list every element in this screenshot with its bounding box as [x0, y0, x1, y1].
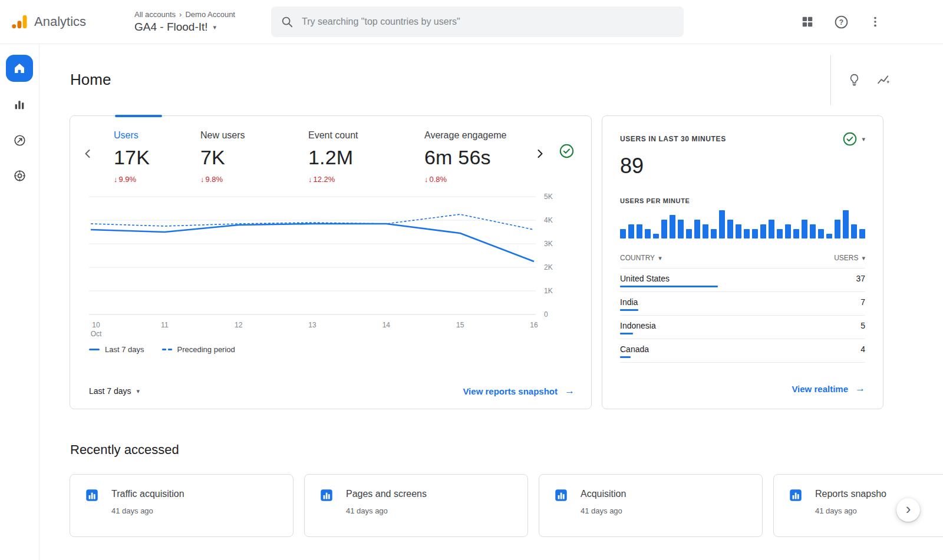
per-minute-bar — [678, 220, 684, 238]
top-bar: Analytics All accounts › Demo Account GA… — [0, 0, 943, 44]
apps-grid-icon[interactable] — [801, 15, 814, 28]
account-property-switcher[interactable]: All accounts › Demo Account GA4 - Flood-… — [134, 10, 259, 34]
country-column-header[interactable]: COUNTRY ▾ — [620, 254, 662, 262]
svg-text:16: 16 — [530, 321, 538, 329]
analytics-logo-icon — [11, 13, 28, 31]
recent-card-acquisition[interactable]: Acquisition 41 days ago — [539, 474, 763, 537]
per-minute-bar — [711, 229, 717, 238]
country-bar — [620, 356, 631, 358]
table-row: India 7 — [620, 292, 865, 316]
per-minute-bar — [760, 224, 766, 238]
sidebar-item-advertising[interactable] — [6, 163, 33, 188]
svg-text:4K: 4K — [544, 216, 553, 224]
report-chart-icon — [788, 488, 803, 503]
chevron-right-icon: › — [906, 500, 911, 518]
dashed-line-swatch-icon — [162, 349, 172, 350]
arrow-right-icon: → — [565, 385, 575, 397]
help-icon[interactable]: ? — [834, 15, 849, 29]
analytics-logo[interactable]: Analytics — [11, 13, 123, 31]
solid-line-swatch-icon — [89, 349, 100, 350]
legend-preceding-period: Preceding period — [162, 345, 235, 354]
insights-lightbulb-icon[interactable] — [848, 73, 861, 87]
per-minute-bar — [744, 229, 750, 238]
per-minute-bar — [752, 229, 758, 238]
sidebar-item-explore[interactable] — [6, 128, 33, 153]
recent-card-pages-and-screens[interactable]: Pages and screens 41 days ago — [304, 474, 528, 537]
view-realtime-link[interactable]: View realtime → — [792, 383, 865, 395]
svg-text:2K: 2K — [544, 263, 553, 271]
country-users: 37 — [856, 274, 865, 283]
per-minute-bar — [637, 224, 642, 238]
search-input[interactable] — [302, 16, 674, 27]
date-range-dropdown[interactable]: Last 7 days ▾ — [89, 386, 140, 396]
metric-tab-new-users[interactable]: New users 7K ↓ 9.8% — [200, 130, 308, 184]
users-column-header[interactable]: USERS ▾ — [834, 254, 865, 262]
main-content: Home — [39, 44, 943, 560]
chevron-down-icon: ▾ — [862, 136, 865, 143]
realtime-card-footer: View realtime → — [620, 383, 865, 395]
chevron-down-icon: ▾ — [137, 388, 140, 395]
per-minute-bar — [843, 210, 849, 238]
country-bar — [620, 286, 718, 287]
realtime-status-dropdown[interactable]: ▾ — [842, 131, 865, 147]
per-minute-bar — [686, 229, 692, 238]
more-vert-icon[interactable] — [869, 15, 882, 28]
per-minute-bar — [818, 229, 824, 238]
users-per-minute-label: USERS PER MINUTE — [620, 197, 865, 204]
country-users: 4 — [860, 344, 865, 354]
advertising-icon — [13, 169, 27, 183]
users-last-30-min-value: 89 — [620, 154, 865, 178]
svg-text:?: ? — [839, 18, 843, 26]
insights-trend-icon[interactable] — [876, 72, 891, 87]
breadcrumb-accounts: All accounts — [134, 10, 176, 19]
breadcrumb-account: Demo Account — [185, 10, 235, 19]
chevron-down-icon: ▾ — [213, 24, 217, 31]
per-minute-bar — [802, 220, 807, 238]
down-arrow-icon: ↓ — [200, 175, 205, 184]
recent-card-traffic-acquisition[interactable]: Traffic acquisition 41 days ago — [70, 474, 294, 537]
arrow-right-icon: → — [855, 383, 865, 395]
overview-card-footer: Last 7 days ▾ View reports snapshot → — [89, 385, 575, 397]
legend-last-7-days: Last 7 days — [89, 345, 144, 354]
property-selector[interactable]: GA4 - Flood-It! ▾ — [134, 21, 259, 34]
table-row: Indonesia 5 — [620, 316, 865, 339]
sidebar-item-home[interactable] — [6, 55, 33, 82]
report-chart-icon — [319, 488, 334, 503]
page-tools — [830, 55, 891, 105]
users-per-minute-chart — [620, 210, 865, 238]
svg-text:1K: 1K — [544, 287, 553, 295]
overview-card: Users 17K ↓ 9.9% New users 7K ↓ 9.8% — [70, 115, 592, 409]
table-row: United States 37 — [620, 269, 865, 292]
search-bar[interactable] — [271, 6, 684, 37]
scroll-next-button[interactable]: › — [896, 498, 920, 522]
per-minute-bar — [645, 229, 651, 238]
per-minute-bar — [777, 229, 783, 238]
country-users: 7 — [860, 297, 865, 307]
per-minute-bar — [719, 210, 725, 238]
carousel-prev-icon[interactable] — [80, 147, 96, 161]
per-minute-bar — [793, 229, 799, 238]
breadcrumb: All accounts › Demo Account — [134, 10, 259, 19]
metric-tab-event-count[interactable]: Event count 1.2M ↓ 12.2% — [308, 130, 424, 184]
country-name: India — [620, 297, 638, 307]
page-header: Home — [39, 44, 943, 115]
carousel-next-icon[interactable] — [532, 147, 548, 161]
view-reports-snapshot-link[interactable]: View reports snapshot → — [463, 385, 575, 397]
left-nav — [0, 44, 39, 560]
sort-caret-icon: ▾ — [862, 255, 865, 261]
country-name: Canada — [620, 344, 649, 354]
data-quality-check-icon[interactable] — [559, 143, 575, 161]
svg-text:0: 0 — [544, 310, 548, 319]
breadcrumb-separator-icon: › — [179, 10, 182, 19]
metric-tab-users[interactable]: Users 17K ↓ 9.9% — [114, 130, 200, 184]
per-minute-bar — [785, 224, 791, 238]
sidebar-item-reports[interactable] — [6, 92, 33, 117]
explore-icon — [13, 134, 27, 147]
metric-tab-avg-engagement[interactable]: Average engageme 6m 56s ↓ 0.8% — [424, 130, 532, 184]
search-icon — [281, 15, 294, 28]
per-minute-bar — [620, 229, 626, 238]
down-arrow-icon: ↓ — [308, 175, 312, 184]
active-metric-indicator — [115, 115, 162, 117]
country-name: United States — [620, 274, 670, 283]
svg-text:15: 15 — [456, 321, 464, 329]
